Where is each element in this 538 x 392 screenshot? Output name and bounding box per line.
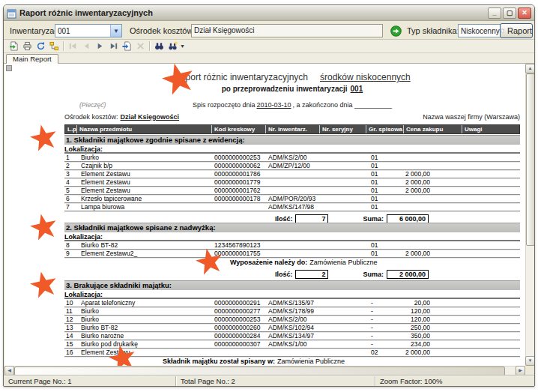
find-icon[interactable] (152, 40, 166, 52)
cell-lp: 6 (64, 195, 76, 202)
scroll-right-icon[interactable]: ▶ (516, 366, 525, 376)
cell-lp: 5 (64, 187, 76, 194)
cell-uwagi (462, 195, 520, 202)
ilosc-value: 2 (295, 270, 328, 279)
maximize-button[interactable]: ▢ (503, 7, 516, 19)
cell-lp: 1 (64, 154, 76, 161)
search-expert-icon[interactable] (166, 40, 179, 52)
export-icon[interactable] (7, 40, 20, 52)
inwentaryzacja-combobox[interactable]: 001 ▼ (55, 24, 122, 37)
cell-lp: 12 (64, 316, 76, 323)
report-page: Raport różnic inwentaryzacyjnychśrodków … (4, 64, 525, 366)
cell-inv (265, 349, 319, 356)
cell-gr: - (366, 307, 403, 315)
cell-serial (319, 178, 366, 186)
table-row: 6Krzesło tapicerowane0000000000178ADM/PO… (64, 195, 520, 203)
filter-bar: Inwentaryzacja: 001 ▼ Ośrodek kosztów: D… (4, 21, 534, 40)
section-heading: 3. Brakujące składniki majątku: (64, 280, 520, 290)
cell-price: 250,00 (403, 324, 462, 331)
cell-lp: 7 (64, 203, 76, 211)
report-section: 1. Składniki majątkowe zgodnie spisane z… (64, 135, 520, 224)
cell-inv: ADM/KS/102/94 (265, 324, 319, 331)
cell-gr: 01 (366, 178, 403, 186)
cell-barcode: 0000000000291 (211, 299, 265, 307)
company-name: Nazwa waszej firmy (Warszawa) (423, 113, 520, 121)
cell-serial (319, 203, 366, 211)
ilosc-label: Ilość: (275, 215, 293, 223)
cell-serial (319, 349, 366, 356)
section-heading: 1. Składniki majątkowe zgodnie spisane z… (64, 135, 520, 145)
cancel-icon (133, 40, 147, 52)
vertical-scrollbar[interactable]: ▲ ▼ (525, 64, 535, 366)
cell-serial (319, 250, 366, 257)
next-page-icon[interactable] (93, 40, 106, 52)
cell-barcode: 0000000000062 (211, 162, 265, 169)
viewer-toolbar: ▼ (4, 40, 534, 53)
last-page-icon[interactable] (106, 40, 120, 52)
row-note: Składnik majątku został spisany w:Zamówi… (64, 357, 520, 366)
cell-barcode: 0000000001786 (211, 170, 265, 178)
cell-inv (265, 170, 319, 178)
cell-inv (265, 241, 319, 249)
tab-main-report[interactable]: Main Report (6, 54, 58, 64)
suma-value: 6 000,00 (387, 214, 429, 223)
scroll-up-icon[interactable]: ▲ (525, 64, 535, 73)
page-handle (6, 65, 12, 71)
cell-uwagi (462, 178, 520, 186)
table-row: 5Element Zestawu0000000001762012 000,00 (64, 187, 520, 195)
cell-price: 2 000,00 (403, 349, 462, 356)
table-row: 12Biurko0000000000253ADM/KS/2/00-120,00 (64, 316, 520, 324)
cell-name: Biurko narożne (76, 332, 211, 340)
location-label: Lokalizacja: (64, 232, 520, 241)
table-row: 8Biurko BT-82123456789012301 (64, 241, 520, 250)
vertical-scroll-thumb[interactable] (526, 73, 535, 246)
horizontal-scroll-thumb[interactable] (14, 367, 505, 376)
table-row: 10Aparat telefoniczny0000000000291ADM/KS… (64, 299, 520, 307)
cell-barcode: 0000000001779 (211, 178, 265, 186)
chevron-down-icon[interactable]: ▼ (110, 25, 121, 37)
cell-lp: 9 (64, 250, 76, 257)
cell-price: 2 000,00 (403, 170, 462, 178)
note-value: Zamówienia Publiczne (277, 358, 345, 365)
refresh-icon[interactable] (34, 40, 47, 52)
osrodek-field[interactable]: Dział Księgowości (191, 24, 383, 37)
cell-barcode: 0000000001755 (211, 250, 265, 257)
location-label: Lokalizacja: (64, 290, 520, 299)
section-heading: 2. Składniki majątkowe spisane z nadwyżk… (64, 223, 520, 232)
cell-gr: 01 (366, 162, 403, 169)
report-section: 2. Składniki majątkowe spisane z nadwyżk… (64, 223, 520, 280)
cell-barcode: 0000000001762 (211, 187, 265, 194)
scroll-down-icon[interactable]: ▼ (525, 356, 535, 366)
ilosc-value: 7 (295, 214, 328, 223)
group-tree-icon[interactable] (47, 40, 61, 52)
cell-price (403, 241, 462, 249)
minimize-button[interactable]: _ (488, 7, 501, 19)
goto-page-icon[interactable] (120, 40, 133, 52)
cell-gr: 02 (366, 349, 403, 356)
cell-gr: 01 (366, 250, 403, 257)
raport-button[interactable]: Raport (500, 23, 533, 38)
cell-name: Biurko pod drukarkę (76, 340, 211, 348)
print-icon[interactable] (20, 40, 34, 52)
title-bar[interactable]: Raport różnic inwentaryzacyjnych _ ▢ ✕ (4, 5, 534, 21)
cell-gr: 01 (366, 195, 403, 202)
cell-lp: 8 (64, 241, 76, 249)
cell-price: 350,00 (403, 332, 462, 340)
cell-lp: 16 (64, 349, 76, 356)
report-title-line2: po przeprowadzeniu inwentaryzacji001 (64, 85, 520, 93)
typ-label: Typ składnika: (407, 26, 459, 35)
cell-name: Element Zestawu (76, 178, 211, 186)
table-row: 15Biurko pod drukarkę0000000000307ADM/KS… (64, 340, 520, 349)
scroll-left-icon[interactable]: ◀ (4, 366, 14, 376)
table-row: 13Biurko BT-820000000000260ADM/KS/102/94… (64, 324, 520, 332)
cell-name: Biurko BT-82 (76, 324, 211, 331)
close-button[interactable]: ✕ (518, 7, 531, 19)
table-header: L.p.Nazwa przedmiotu Kod kreskowyNr. inw… (64, 124, 520, 134)
chevron-down-icon[interactable]: ▼ (180, 43, 185, 49)
cell-inv: ADM/ZP/12/00 (265, 162, 319, 169)
cell-barcode: 0000000000260 (211, 324, 265, 331)
go-icon[interactable] (390, 25, 402, 37)
cell-name: Element Zestawu2_ (76, 250, 211, 257)
horizontal-scrollbar[interactable]: ◀ ▶ (4, 366, 525, 376)
table-row: 11Biurko0000000000277ADM/KS/178/99-120,0… (64, 307, 520, 316)
